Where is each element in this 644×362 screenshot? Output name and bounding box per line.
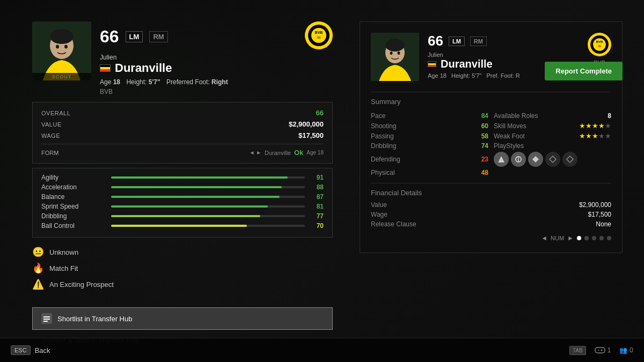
defending-item: Defending 23 [371, 152, 488, 167]
value-row: VALUE $2,900,000 [41, 120, 324, 128]
shortlist-icon [41, 313, 52, 324]
right-flag [428, 61, 436, 67]
foot-label: Preferred Foot: Right [166, 78, 228, 86]
page-next[interactable]: ► [567, 234, 574, 242]
value-label: VALUE [41, 121, 62, 128]
pace-label: Pace [371, 112, 385, 120]
svg-rect-28 [595, 348, 605, 353]
page-dot-3 [592, 236, 596, 240]
attr-balance: Balance 87 [41, 193, 324, 201]
weakfoot-label: Weak Foot [494, 132, 525, 140]
value-fin-val: $2,900,000 [579, 201, 611, 209]
svg-point-30 [601, 350, 602, 351]
right-pos-primary: LM [449, 36, 465, 46]
physical-item: Physical 48 [371, 169, 488, 176]
attr-acceleration: Acceleration 88 [41, 183, 324, 191]
svg-point-18 [390, 51, 393, 55]
page-prev[interactable]: ◄ [541, 234, 547, 242]
prospect-icon: ⚠️ [32, 278, 44, 290]
svg-rect-12 [43, 319, 50, 320]
wage-fin-label: Wage [371, 211, 387, 218]
playstyles-item: PlayStyles [494, 142, 611, 150]
attr-balance-label: Balance [41, 193, 106, 201]
pace-val: 84 [481, 112, 488, 120]
right-avatar [371, 33, 419, 81]
back-btn[interactable]: ESC Back [11, 345, 50, 355]
tab-badge: TAB [569, 346, 586, 355]
svg-point-19 [398, 51, 400, 55]
status-unknown: 😐 Unknown [32, 246, 333, 258]
defending-label: Defending [371, 156, 400, 163]
weakfoot-item: Weak Foot ★★★★★ [494, 132, 611, 140]
player-info: 66 LM RM BVB 09 Julien Duranville [100, 21, 333, 95]
wage-val: $17,500 [298, 131, 324, 139]
player-avatar: SCOUT [32, 21, 91, 80]
overall-row: OVERALL 66 [41, 109, 324, 117]
player-last-name: Duranville [115, 61, 172, 75]
attr-dribbling: Dribbling 77 [41, 212, 324, 220]
status-panel: 😐 Unknown 🔥 Match Fit ⚠️ An Exciting Pro… [32, 242, 333, 299]
right-overall: 66 [428, 33, 443, 49]
attr-dribbling-label: Dribbling [41, 212, 106, 220]
value-financial: Value $2,900,000 [371, 201, 611, 209]
wage-label: WAGE [41, 132, 60, 139]
position-primary: LM [126, 31, 143, 42]
report-complete-btn[interactable]: Report Complete [545, 62, 623, 80]
wage-fin-val: $17,500 [588, 211, 611, 218]
page-dot-4 [599, 236, 604, 240]
club-name: BVB [100, 88, 333, 95]
overall-rating: 66 [100, 27, 119, 47]
dribbling-label: Dribbling [371, 142, 396, 150]
release-fin-label: Release Clause [371, 220, 416, 228]
dribbling-item: Dribbling 74 [371, 142, 488, 150]
form-row: Form ◄ ► Duranville Ok Age 18 [41, 149, 324, 157]
scout-label: SCOUT [32, 73, 91, 80]
bottom-right: TAB 1 👥 0 [569, 346, 633, 355]
svg-rect-13 [43, 321, 48, 322]
page-dot-1 [577, 236, 581, 240]
value-fin-label: Value [371, 201, 387, 209]
value-val: $2,900,000 [289, 120, 324, 128]
pace-item: Pace 84 [371, 112, 488, 120]
player-details: Age 18 Height: 5'7" Preferred Foot: Righ… [100, 78, 333, 86]
shortlist-btn[interactable]: Shortlist in Transfer Hub [32, 307, 333, 330]
matchfit-label: Match Fit [49, 264, 78, 272]
overall-label: OVERALL [41, 110, 70, 116]
physical-val: 48 [481, 169, 488, 176]
nationality-flag [100, 64, 111, 72]
playstyle-icon-5 [562, 152, 577, 167]
right-last-name: Duranville [441, 58, 493, 70]
skillmoves-stars: ★★★★★ [579, 122, 611, 130]
unknown-icon: 😐 [32, 246, 44, 258]
attr-agility: Agility 91 [41, 174, 324, 181]
defending-val: 23 [481, 156, 488, 163]
matchfit-icon: 🔥 [32, 262, 44, 274]
playstyle-icon-3 [528, 152, 543, 167]
playstyle-icons [494, 152, 611, 167]
attributes-panel: Agility 91 Acceleration 88 Balance 87 Sp… [32, 168, 333, 238]
shortlist-label: Shortlist in Transfer Hub [57, 315, 132, 323]
release-financial: Release Clause None [371, 220, 611, 228]
right-pos-secondary: RM [470, 36, 487, 46]
players-icon: 👥 [619, 346, 627, 354]
position-secondary: RM [149, 31, 167, 42]
attr-agility-val: 91 [310, 174, 324, 181]
attr-dribbling-val: 77 [310, 212, 324, 220]
attr-ballcontrol-label: Ball Control [41, 222, 106, 230]
attr-acceleration-label: Acceleration [41, 183, 106, 191]
physical-label: Physical [371, 169, 395, 176]
skillmoves-label: Skill Moves [494, 122, 526, 130]
skillmoves-item: Skill Moves ★★★★★ [494, 122, 611, 130]
roles-label: Available Roles [494, 112, 538, 120]
attr-ball-control: Ball Control 70 [41, 222, 324, 230]
right-club-logo: BVB 09 BVB [588, 33, 611, 66]
attr-sprint-speed: Sprint Speed 81 [41, 203, 324, 210]
shooting-label: Shooting [371, 122, 396, 130]
shooting-val: 60 [481, 122, 488, 130]
page-num-label: NUM [551, 235, 564, 241]
roles-val: 8 [608, 112, 611, 120]
summary-label: Summary [371, 98, 611, 106]
svg-text:BVB: BVB [315, 31, 323, 34]
page-dot-2 [584, 236, 589, 240]
right-panel: 66 LM RM Julien Duranville Age 18 Height… [360, 21, 623, 253]
